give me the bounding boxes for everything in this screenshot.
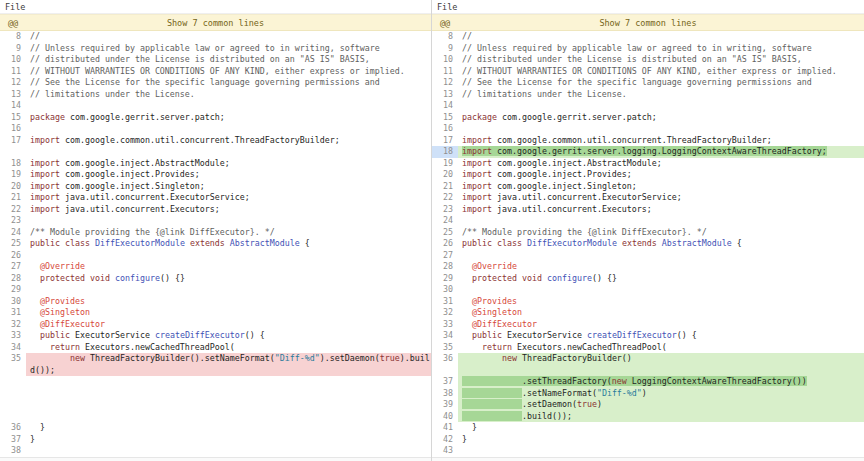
line-number[interactable]: 30 [432, 284, 458, 296]
code-line: import java.util.concurrent.Executors; [458, 204, 864, 216]
line-number[interactable]: 22 [432, 192, 458, 204]
line-number[interactable]: 31 [0, 307, 26, 319]
line-number[interactable]: 24 [432, 215, 458, 227]
diff-row: 11// WITHOUT WARRANTIES OR CONDITIONS OF… [432, 66, 864, 78]
line-number[interactable]: 12 [0, 77, 26, 89]
code-line: .build()); [458, 411, 864, 423]
code-line: import com.google.inject.Provides; [458, 169, 864, 181]
code-line: package com.google.gerrit.server.patch; [26, 112, 431, 124]
line-number[interactable] [0, 376, 26, 388]
diff-row: 21import java.util.concurrent.ExecutorSe… [0, 192, 431, 204]
line-number[interactable]: 20 [0, 181, 26, 193]
line-number[interactable]: 22 [0, 204, 26, 216]
line-number[interactable]: 9 [0, 43, 26, 55]
line-number[interactable]: 15 [0, 112, 26, 124]
code-segment [462, 399, 522, 409]
line-number[interactable] [0, 399, 26, 411]
line-number[interactable]: 34 [432, 330, 458, 342]
diff-row: 23import java.util.concurrent.Executors; [432, 204, 864, 216]
diff-row: 16 [432, 123, 864, 135]
line-number[interactable]: 37 [0, 434, 26, 446]
line-number[interactable]: 15 [432, 112, 458, 124]
line-number[interactable]: 17 [432, 135, 458, 147]
line-number[interactable]: 33 [0, 330, 26, 342]
line-number[interactable]: 14 [432, 100, 458, 112]
line-number[interactable]: 36 [432, 353, 458, 376]
diff-row: 33 public ExecutorService createDiffExec… [0, 330, 431, 342]
line-number[interactable]: 31 [432, 296, 458, 308]
line-number[interactable]: 17 [0, 135, 26, 147]
line-number[interactable]: 11 [432, 66, 458, 78]
line-number[interactable]: 26 [0, 250, 26, 262]
code-line: protected void configure() {} [26, 273, 431, 285]
line-number[interactable]: 14 [0, 100, 26, 112]
line-number[interactable]: 9 [432, 43, 458, 55]
code-segment: // Unless required by applicable law or … [30, 43, 380, 53]
line-number[interactable]: 28 [0, 273, 26, 285]
line-number[interactable]: 8 [432, 31, 458, 43]
line-number[interactable]: 21 [432, 181, 458, 193]
line-number[interactable]: 33 [432, 319, 458, 331]
line-number[interactable]: 29 [0, 284, 26, 296]
line-number[interactable]: 23 [0, 215, 26, 227]
line-number[interactable]: 12 [432, 77, 458, 89]
line-number[interactable]: 36 [0, 422, 26, 434]
diff-row: 24/** Module providing the {@link DiffEx… [0, 227, 431, 239]
line-number[interactable]: 10 [432, 54, 458, 66]
line-number[interactable]: 16 [0, 123, 26, 135]
line-number[interactable]: 30 [0, 296, 26, 308]
line-number[interactable]: 38 [0, 445, 26, 457]
line-number[interactable]: 32 [0, 319, 26, 331]
line-number[interactable]: 8 [0, 31, 26, 43]
line-number[interactable]: 43 [432, 445, 458, 457]
line-number[interactable]: 35 [432, 342, 458, 354]
line-number[interactable]: 13 [0, 89, 26, 101]
line-number[interactable]: 18 [432, 146, 458, 158]
line-number[interactable] [0, 411, 26, 423]
line-number[interactable]: 21 [0, 192, 26, 204]
code-line: protected void configure() {} [458, 273, 864, 285]
line-number[interactable]: 10 [0, 54, 26, 66]
line-number[interactable]: 37 [432, 376, 458, 388]
line-number[interactable]: 34 [0, 342, 26, 354]
code-line: // limitations under the License. [458, 89, 864, 101]
line-number[interactable]: 24 [0, 227, 26, 239]
diff-row: 36 } [0, 422, 431, 434]
line-number[interactable] [0, 146, 26, 158]
code-segment: import [462, 181, 492, 191]
line-number[interactable]: 29 [432, 273, 458, 285]
line-number[interactable]: 23 [432, 204, 458, 216]
line-number[interactable]: 25 [0, 238, 26, 250]
line-number[interactable]: 13 [432, 89, 458, 101]
line-number[interactable]: 27 [432, 250, 458, 262]
line-number[interactable]: 26 [432, 238, 458, 250]
line-number[interactable] [0, 388, 26, 400]
common-lines-expander-right[interactable]: @@ Show 7 common lines [432, 14, 864, 31]
line-number[interactable]: 42 [432, 434, 458, 446]
diff-row: 9// Unless required by applicable law or… [0, 43, 431, 55]
line-number[interactable]: 18 [0, 158, 26, 170]
line-number[interactable]: 40 [432, 411, 458, 423]
code-line [26, 399, 431, 411]
line-number[interactable]: 28 [432, 261, 458, 273]
line-number[interactable]: 27 [0, 261, 26, 273]
line-number[interactable]: 20 [432, 169, 458, 181]
line-number[interactable]: 39 [432, 399, 458, 411]
diff-row: 19import com.google.inject.Provides; [0, 169, 431, 181]
line-number[interactable]: 19 [432, 158, 458, 170]
common-lines-expander-left[interactable]: @@ Show 7 common lines [0, 14, 431, 31]
line-number[interactable]: 16 [432, 123, 458, 135]
diff-pane-right: File @@ Show 7 common lines 8//9// Unles… [432, 0, 864, 461]
code-line: import com.google.common.util.concurrent… [458, 135, 864, 147]
line-number[interactable]: 32 [432, 307, 458, 319]
line-number[interactable]: 11 [0, 66, 26, 78]
code-segment: import [462, 158, 492, 168]
line-number[interactable]: 38 [432, 388, 458, 400]
line-number[interactable]: 41 [432, 422, 458, 434]
line-number[interactable]: 35 [0, 353, 26, 376]
line-number[interactable]: 19 [0, 169, 26, 181]
code-segment [462, 353, 502, 363]
line-number[interactable]: 25 [432, 227, 458, 239]
code-line: // Unless required by applicable law or … [26, 43, 431, 55]
code-segment: Executors.newCachedThreadPool( [80, 342, 235, 352]
